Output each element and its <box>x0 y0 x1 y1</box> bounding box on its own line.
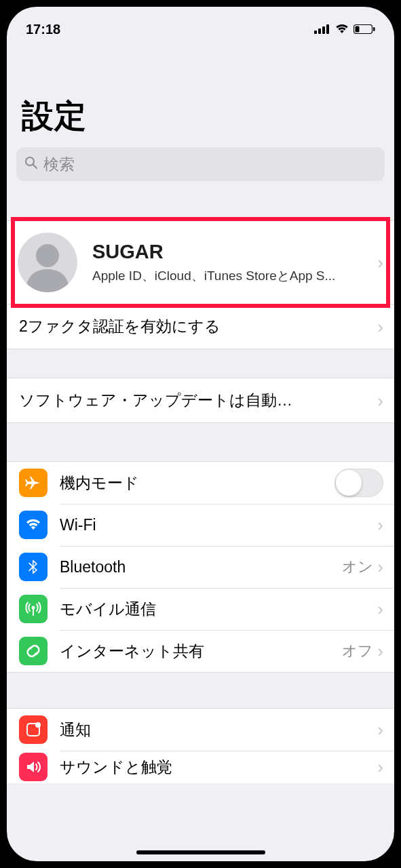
svg-point-9 <box>36 244 59 267</box>
row-label: インターネット共有 <box>60 641 342 662</box>
airplane-toggle[interactable] <box>335 469 383 497</box>
row-label: 2ファクタ認証を有効にする <box>19 316 377 337</box>
row-value: オフ <box>342 641 373 661</box>
row-label: Wi-Fi <box>60 516 373 534</box>
cellular-signal-icon <box>314 22 330 37</box>
svg-rect-0 <box>314 31 317 34</box>
row-wifi[interactable]: Wi-Fi › <box>7 504 394 546</box>
status-bar: 17:18 <box>7 7 394 41</box>
svg-rect-1 <box>318 28 321 34</box>
row-sounds[interactable]: サウンドと触覚 › <box>7 751 394 783</box>
row-label: 通知 <box>60 719 377 741</box>
svg-rect-2 <box>322 26 325 34</box>
page-title: 設定 <box>7 41 394 147</box>
avatar <box>18 233 77 292</box>
row-two-factor[interactable]: 2ファクタ認証を有効にする › <box>7 304 394 349</box>
search-icon <box>24 155 38 174</box>
link-icon <box>19 637 47 665</box>
status-right <box>314 22 375 37</box>
row-label: ソフトウェア・アップデートは自動… <box>19 390 377 411</box>
svg-line-8 <box>33 165 37 168</box>
apple-id-row[interactable]: SUGAR Apple ID、iCloud、iTunes StoreとApp S… <box>7 221 394 304</box>
row-label: モバイル通信 <box>60 599 377 620</box>
chevron-right-icon: › <box>377 392 383 410</box>
row-cellular[interactable]: モバイル通信 › <box>7 588 394 630</box>
chevron-right-icon: › <box>377 558 383 576</box>
wifi-icon <box>19 511 47 539</box>
row-hotspot[interactable]: インターネット共有 オフ › <box>7 630 394 672</box>
chevron-right-icon: › <box>377 318 383 336</box>
row-label: Bluetooth <box>60 558 342 576</box>
chevron-right-icon: › <box>377 600 383 618</box>
chevron-right-icon: › <box>377 516 383 534</box>
row-value: オン <box>342 557 373 577</box>
svg-point-13 <box>35 722 41 728</box>
svg-point-10 <box>32 606 35 610</box>
bluetooth-icon <box>19 553 47 581</box>
apple-id-subtitle: Apple ID、iCloud、iTunes StoreとApp S... <box>92 267 377 285</box>
airplane-icon <box>19 469 47 497</box>
svg-rect-6 <box>373 27 375 31</box>
apple-id-name: SUGAR <box>92 241 377 263</box>
svg-point-7 <box>26 157 34 165</box>
home-indicator[interactable] <box>136 850 265 854</box>
chevron-right-icon: › <box>377 758 383 776</box>
status-time: 17:18 <box>26 22 60 37</box>
wifi-icon <box>335 22 349 37</box>
row-notifications[interactable]: 通知 › <box>7 709 394 751</box>
row-bluetooth[interactable]: Bluetooth オン › <box>7 546 394 588</box>
search-input[interactable]: 検索 <box>16 147 385 181</box>
notifications-icon <box>19 715 47 744</box>
row-software-update[interactable]: ソフトウェア・アップデートは自動… › <box>7 378 394 422</box>
svg-rect-5 <box>356 26 360 32</box>
antenna-icon <box>19 595 47 623</box>
row-label: 機内モード <box>60 473 335 494</box>
speaker-icon <box>19 753 47 781</box>
search-placeholder: 検索 <box>43 154 75 175</box>
row-airplane-mode[interactable]: 機内モード <box>7 462 394 504</box>
row-label: サウンドと触覚 <box>60 757 377 778</box>
chevron-right-icon: › <box>377 721 383 738</box>
svg-rect-3 <box>326 24 329 34</box>
chevron-right-icon: › <box>377 642 383 660</box>
chevron-right-icon: › <box>377 254 383 271</box>
battery-icon <box>354 22 375 37</box>
svg-rect-11 <box>33 609 34 616</box>
